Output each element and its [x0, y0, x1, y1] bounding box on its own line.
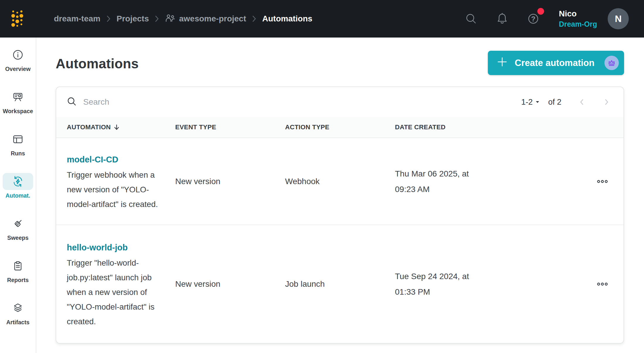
automation-cell: model-CI-CD Trigger webhook when a new v…: [67, 145, 175, 218]
page-title: Automations: [56, 56, 139, 72]
search-input[interactable]: [83, 97, 521, 107]
breadcrumb: dream-team Projects awesome-project Auto…: [54, 13, 312, 25]
avatar[interactable]: N: [608, 8, 629, 29]
topbar-actions: ? Nico Dream-Org N: [464, 8, 629, 29]
date-created-cell: Thu Mar 06 2025, at 09:23 AM: [395, 166, 483, 197]
automation-name-link[interactable]: model-CI-CD: [67, 154, 118, 165]
chevron-left-icon: [578, 98, 586, 106]
help-button[interactable]: ?: [527, 12, 540, 26]
wandb-logo-icon[interactable]: [11, 9, 23, 28]
sidebar-item-label: Overview: [5, 66, 31, 72]
question-mark-glyph: ?: [531, 15, 536, 23]
automation-description: Trigger "hello-world-job.py:latest" laun…: [67, 256, 162, 329]
column-header-label: EVENT TYPE: [175, 123, 216, 131]
next-page-button[interactable]: [602, 98, 611, 106]
page-range-dropdown[interactable]: 1-2: [521, 98, 539, 107]
automation-name-link[interactable]: hello-world-job: [67, 242, 128, 253]
chevron-right-icon: [106, 15, 111, 23]
column-header-action-type[interactable]: ACTION TYPE: [285, 123, 395, 131]
page-total-label: of 2: [548, 98, 561, 107]
project-sidebar: Overview Workspace Runs: [0, 38, 36, 353]
create-automation-button[interactable]: Create automation: [488, 51, 624, 75]
table-row: model-CI-CD Trigger webhook when a new v…: [56, 138, 623, 225]
team-people-icon: [165, 13, 176, 25]
runs-table-icon: [3, 131, 33, 148]
workspace-board-icon: [3, 89, 33, 106]
create-automation-label: Create automation: [515, 58, 594, 68]
artifacts-layers-icon: [3, 300, 33, 317]
premium-crown-badge: [604, 56, 619, 70]
column-header-label: ACTION TYPE: [285, 123, 329, 131]
sidebar-item-label: Sweeps: [7, 235, 29, 241]
sidebar-item-label: Automat.: [6, 192, 30, 199]
notification-dot: [537, 8, 544, 15]
top-navigation-bar: dream-team Projects awesome-project Auto…: [0, 0, 644, 38]
main-content: Automations Create automation: [37, 38, 644, 353]
search-button[interactable]: [464, 12, 478, 26]
sidebar-item-runs[interactable]: Runs: [2, 131, 33, 157]
column-header-event-type[interactable]: EVENT TYPE: [175, 123, 285, 131]
automations-table-card: 1-2 of 2: [56, 86, 624, 344]
sidebar-item-overview[interactable]: Overview: [2, 46, 33, 72]
action-type-cell: Job launch: [285, 279, 395, 289]
page-range-value: 1-2: [521, 98, 533, 107]
breadcrumb-project[interactable]: awesome-project: [165, 13, 246, 25]
sweeps-broom-icon: [3, 215, 33, 232]
column-header-label: AUTOMATION: [67, 123, 111, 131]
table-toolbar: 1-2 of 2: [56, 87, 623, 117]
plus-icon: [497, 57, 507, 69]
breadcrumb-projects[interactable]: Projects: [117, 14, 149, 23]
chevron-right-icon: [252, 15, 256, 23]
sidebar-item-label: Reports: [7, 277, 29, 284]
sidebar-item-reports[interactable]: Reports: [2, 257, 33, 284]
reports-clipboard-icon: [3, 257, 33, 274]
sidebar-item-label: Runs: [11, 150, 25, 157]
chevron-right-icon: [155, 15, 159, 23]
event-type-cell: New version: [175, 177, 285, 186]
user-menu[interactable]: Nico Dream-Org: [559, 9, 597, 28]
date-created-cell: Tue Sep 24 2024, at 01:33 PM: [395, 269, 483, 300]
column-header-label: DATE CREATED: [395, 123, 446, 131]
column-header-automation[interactable]: AUTOMATION: [67, 123, 175, 131]
row-overflow-menu-button[interactable]: [594, 176, 611, 186]
sidebar-item-workspace[interactable]: Workspace: [2, 89, 33, 115]
breadcrumb-project-label: awesome-project: [179, 14, 246, 23]
automation-description: Trigger webhook when a new version of "Y…: [67, 168, 162, 212]
info-icon: [3, 46, 33, 63]
sidebar-item-sweeps[interactable]: Sweeps: [2, 215, 33, 241]
event-type-cell: New version: [175, 279, 285, 289]
column-header-date-created[interactable]: DATE CREATED: [395, 123, 495, 131]
pagination: 1-2 of 2: [521, 98, 611, 107]
table-row: hello-world-job Trigger "hello-world-job…: [56, 225, 623, 343]
action-type-cell: Webhook: [285, 177, 395, 186]
previous-page-button[interactable]: [578, 98, 586, 106]
automations-icon: [3, 173, 33, 190]
sidebar-item-artifacts[interactable]: Artifacts: [2, 300, 33, 326]
row-overflow-menu-button[interactable]: [594, 279, 611, 289]
sort-descending-arrow-icon: [114, 124, 120, 130]
meatball-menu-icon: [597, 179, 608, 184]
chevron-right-icon: [602, 98, 611, 106]
meatball-menu-icon: [597, 282, 608, 286]
table-header-row: AUTOMATION EVENT TYPE ACTION TYPE DATE C…: [56, 117, 623, 138]
sidebar-item-automations[interactable]: Automat.: [2, 173, 33, 199]
automation-cell: hello-world-job Trigger "hello-world-job…: [67, 233, 175, 335]
breadcrumb-current-page: Automations: [262, 14, 312, 23]
user-name: Nico: [559, 9, 597, 18]
user-org: Dream-Org: [559, 20, 597, 28]
sidebar-item-label: Workspace: [3, 108, 33, 115]
breadcrumb-team[interactable]: dream-team: [54, 14, 100, 23]
notifications-bell-button[interactable]: [495, 12, 509, 26]
avatar-initial: N: [615, 13, 621, 24]
caret-down-icon: [536, 101, 539, 103]
search-icon: [67, 96, 77, 108]
sidebar-item-label: Artifacts: [6, 319, 29, 326]
